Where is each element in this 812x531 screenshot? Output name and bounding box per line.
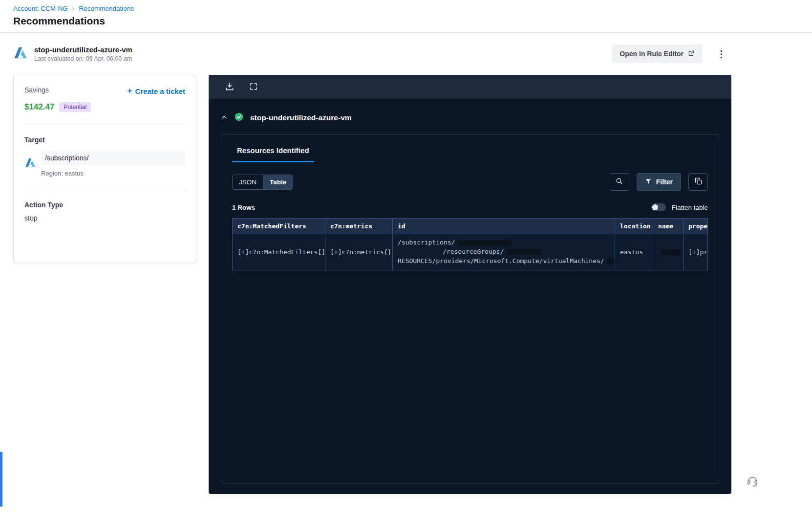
cell-matchedfilters[interactable]: [+]c7n:MatchedFilters[] bbox=[233, 234, 325, 270]
redacted-block bbox=[458, 240, 512, 246]
action-type-value: stop bbox=[24, 214, 185, 222]
action-type-label: Action Type bbox=[24, 201, 185, 209]
target-path: /subscriptions/ bbox=[41, 151, 185, 165]
savings-label: Savings bbox=[24, 86, 49, 94]
table-actions: Filter bbox=[610, 173, 708, 191]
target-label: Target bbox=[24, 136, 185, 144]
resources-table-wrap: c7n:MatchedFilters c7n:metrics id locati… bbox=[232, 218, 708, 270]
resources-identified-section: Resources Identified JSON Table bbox=[221, 134, 719, 484]
table-header-row: c7n:MatchedFilters c7n:metrics id locati… bbox=[233, 219, 708, 234]
id-line1: /subscriptions/ bbox=[398, 239, 455, 246]
azure-logo-icon bbox=[13, 45, 28, 62]
external-link-icon bbox=[688, 50, 695, 58]
search-button[interactable] bbox=[610, 173, 629, 191]
filter-button[interactable]: Filter bbox=[637, 173, 681, 191]
toggle-knob bbox=[652, 204, 658, 210]
copy-button[interactable] bbox=[688, 173, 708, 191]
rule-name: stop-underutilized-azure-vm bbox=[34, 45, 132, 54]
target-row: /subscriptions/ Region: eastus bbox=[24, 151, 185, 177]
view-mode-table[interactable]: Table bbox=[263, 175, 293, 189]
open-in-rule-editor-label: Open in Rule Editor bbox=[620, 50, 684, 58]
breadcrumb-recommendations-link[interactable]: Recommendations bbox=[79, 5, 134, 12]
card-divider bbox=[23, 190, 186, 190]
cell-properties[interactable]: [+]prop bbox=[684, 234, 708, 270]
page-title: Recommendations bbox=[13, 15, 812, 27]
cell-name bbox=[653, 234, 684, 270]
help-support-icon[interactable] bbox=[746, 474, 759, 487]
flatten-table-control: Flatten table bbox=[651, 203, 708, 211]
properties-expand: [+]prop bbox=[688, 248, 708, 256]
filter-label: Filter bbox=[656, 178, 673, 186]
cell-location: eastus bbox=[615, 234, 653, 270]
redacted-block bbox=[507, 249, 541, 255]
card-divider bbox=[23, 125, 186, 125]
breadcrumb-separator-icon: › bbox=[72, 4, 75, 12]
view-mode-segmented-control: JSON Table bbox=[232, 175, 293, 190]
tab-resources-identified[interactable]: Resources Identified bbox=[232, 143, 314, 162]
viewer-toolbar bbox=[209, 75, 731, 99]
viewer-title-row: stop-underutilized-azure-vm bbox=[209, 99, 731, 124]
download-button[interactable] bbox=[225, 82, 235, 93]
cell-metrics[interactable]: [+]c7n:metrics{} bbox=[325, 234, 393, 270]
id-line2: /resourceGroups/ bbox=[443, 248, 504, 255]
col-header-name: name bbox=[653, 219, 684, 234]
kebab-menu-icon[interactable]: ⋮ bbox=[714, 47, 729, 61]
viewer-rule-name: stop-underutilized-azure-vm bbox=[250, 113, 352, 122]
col-header-properties: propert bbox=[684, 219, 708, 234]
matchedfilters-expand: [+]c7n:MatchedFilters[] bbox=[237, 248, 325, 256]
savings-card: Savings + Create a ticket $142.47 Potent… bbox=[13, 75, 196, 263]
plus-icon: + bbox=[128, 86, 132, 96]
breadcrumb: Account: CCM-NG › Recommendations bbox=[13, 4, 812, 12]
flatten-table-toggle[interactable] bbox=[651, 203, 666, 211]
redacted-block bbox=[607, 258, 615, 264]
rule-last-evaluated: Last evaluated on: 09 Apr, 06:00 am bbox=[34, 55, 132, 62]
target-region: Region: eastus bbox=[41, 170, 185, 177]
id-line3: RESOURCES/providers/Microsoft.Compute/vi… bbox=[398, 257, 604, 265]
metrics-expand: [+]c7n:metrics{} bbox=[330, 248, 391, 256]
open-in-rule-editor-button[interactable]: Open in Rule Editor bbox=[612, 44, 702, 63]
table-controls-row: JSON Table Filt bbox=[232, 173, 708, 191]
col-header-matchedfilters: c7n:MatchedFilters bbox=[233, 219, 325, 234]
rule-header-left: stop-underutilized-azure-vm Last evaluat… bbox=[13, 45, 132, 62]
expand-icon bbox=[249, 82, 258, 92]
left-edge-accent bbox=[0, 452, 2, 507]
breadcrumb-account-link[interactable]: Account: CCM-NG bbox=[13, 5, 68, 12]
col-header-metrics: c7n:metrics bbox=[325, 219, 393, 234]
col-header-id: id bbox=[393, 219, 615, 234]
resources-table: c7n:MatchedFilters c7n:metrics id locati… bbox=[232, 218, 708, 270]
resources-viewer-panel: stop-underutilized-azure-vm Resources Id… bbox=[209, 75, 731, 494]
location-value: eastus bbox=[620, 248, 643, 256]
rule-header-texts: stop-underutilized-azure-vm Last evaluat… bbox=[34, 45, 132, 62]
search-icon bbox=[615, 177, 623, 187]
rows-info-row: 1 Rows Flatten table bbox=[232, 203, 708, 211]
rule-header-actions: Open in Rule Editor ⋮ bbox=[612, 44, 729, 63]
chevron-up-icon bbox=[221, 114, 228, 122]
collapse-button[interactable] bbox=[221, 114, 228, 122]
savings-amount: $142.47 bbox=[24, 102, 54, 112]
page-header: Account: CCM-NG › Recommendations Recomm… bbox=[0, 0, 812, 33]
check-circle-icon bbox=[234, 112, 244, 124]
download-icon bbox=[225, 82, 235, 93]
fullscreen-button[interactable] bbox=[249, 82, 258, 92]
col-header-location: location bbox=[615, 219, 653, 234]
flatten-table-label: Flatten table bbox=[672, 204, 708, 211]
azure-target-icon bbox=[24, 157, 36, 171]
view-mode-json[interactable]: JSON bbox=[233, 175, 263, 189]
redacted-block bbox=[661, 249, 681, 255]
filter-icon bbox=[645, 178, 652, 186]
create-ticket-link[interactable]: + Create a ticket bbox=[128, 86, 186, 96]
potential-badge: Potential bbox=[59, 102, 91, 112]
rows-count: 1 Rows bbox=[232, 204, 255, 211]
copy-icon bbox=[694, 177, 703, 187]
table-row: [+]c7n:MatchedFilters[] [+]c7n:metrics{}… bbox=[233, 234, 708, 270]
rule-header: stop-underutilized-azure-vm Last evaluat… bbox=[0, 33, 812, 74]
cell-id: /subscriptions/ /resourceGroups/ RESOURC… bbox=[393, 234, 615, 270]
create-ticket-label: Create a ticket bbox=[135, 87, 185, 95]
